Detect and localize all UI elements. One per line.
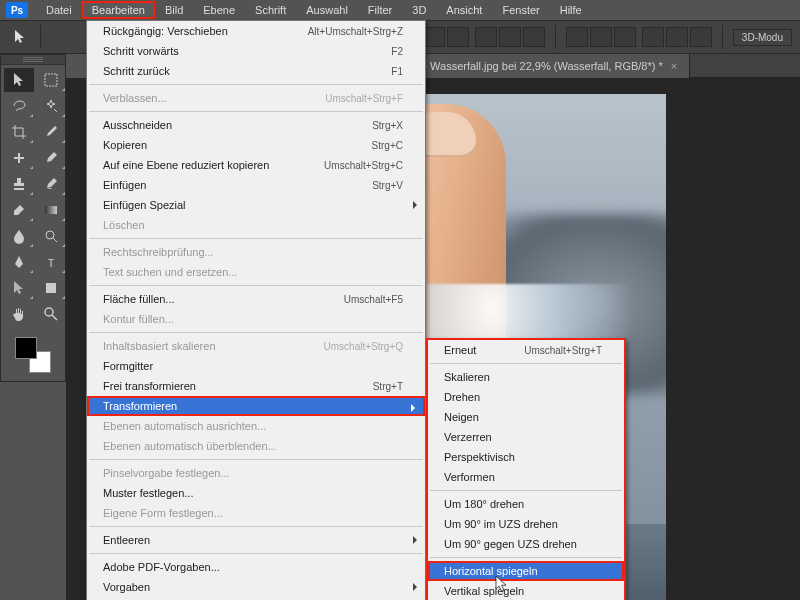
tool-pen[interactable] — [4, 250, 34, 274]
menu-item-auf-eine-ebene-reduziert-kopieren[interactable]: Auf eine Ebene reduziert kopierenUmschal… — [87, 155, 425, 175]
tool-blur[interactable] — [4, 224, 34, 248]
menu-filter[interactable]: Filter — [358, 1, 402, 19]
menu-item-fl-che-f-llen[interactable]: Fläche füllen...Umschalt+F5 — [87, 289, 425, 309]
svg-rect-1 — [45, 206, 57, 214]
menu-bild[interactable]: Bild — [155, 1, 193, 19]
menu-schrift[interactable]: Schrift — [245, 1, 296, 19]
tool-move[interactable] — [4, 68, 34, 92]
menu-item-verformen[interactable]: Verformen — [428, 467, 624, 487]
menu-item-vertikal-spiegeln[interactable]: Vertikal spiegeln — [428, 581, 624, 600]
menubar: Ps Datei Bearbeiten Bild Ebene Schrift A… — [0, 0, 800, 20]
menu-bearbeiten[interactable]: Bearbeiten — [82, 1, 155, 19]
menu-item-einf-gen-spezial[interactable]: Einfügen Spezial — [87, 195, 425, 215]
menu-item-muster-festlegen[interactable]: Muster festlegen... — [87, 483, 425, 503]
menu-item-label: Um 90° gegen UZS drehen — [444, 538, 577, 550]
menu-item-adobe-pdf-vorgaben[interactable]: Adobe PDF-Vorgaben... — [87, 557, 425, 577]
tool-eyedrop[interactable] — [36, 120, 66, 144]
menu-item-horizontal-spiegeln[interactable]: Horizontal spiegeln — [428, 561, 624, 581]
dist-btn[interactable] — [499, 27, 521, 47]
menu-item-kopieren[interactable]: KopierenStrg+C — [87, 135, 425, 155]
menu-item-formgitter[interactable]: Formgitter — [87, 356, 425, 376]
tool-lasso[interactable] — [4, 94, 34, 118]
menu-fenster[interactable]: Fenster — [492, 1, 549, 19]
tool-text[interactable]: T — [36, 250, 66, 274]
menu-item-l-schen: Löschen — [87, 215, 425, 235]
menu-ebene[interactable]: Ebene — [193, 1, 245, 19]
menu-ansicht[interactable]: Ansicht — [436, 1, 492, 19]
menu-separator — [89, 238, 423, 239]
menu-item-vorgaben[interactable]: Vorgaben — [87, 577, 425, 597]
menu-item-schritt-zur-ck[interactable]: Schritt zurückF1 — [87, 61, 425, 81]
tool-zoom[interactable] — [36, 302, 66, 326]
menu-item-um-90-gegen-uzs-drehen[interactable]: Um 90° gegen UZS drehen — [428, 534, 624, 554]
tool-history[interactable] — [36, 172, 66, 196]
tool-dodge[interactable] — [36, 224, 66, 248]
menu-item-label: Rechtschreibprüfung... — [103, 246, 214, 258]
menu-item-um-90-im-uzs-drehen[interactable]: Um 90° im UZS drehen — [428, 514, 624, 534]
tool-path[interactable] — [4, 276, 34, 300]
menu-item-label: Eigene Form festlegen... — [103, 507, 223, 519]
tool-heal[interactable] — [4, 146, 34, 170]
menu-item-ausschneiden[interactable]: AusschneidenStrg+X — [87, 115, 425, 135]
svg-point-5 — [45, 308, 53, 316]
dist-btn[interactable] — [523, 27, 545, 47]
menu-item-verzerren[interactable]: Verzerren — [428, 427, 624, 447]
menu-separator — [430, 490, 622, 491]
align-btn[interactable] — [447, 27, 469, 47]
menu-item-transformieren[interactable]: Transformieren — [87, 396, 425, 416]
menu-shortcut: F2 — [391, 46, 403, 57]
tool-marquee[interactable] — [36, 68, 66, 92]
menu-item-skalieren[interactable]: Skalieren — [428, 367, 624, 387]
menu-separator — [89, 111, 423, 112]
menu-datei[interactable]: Datei — [36, 1, 82, 19]
dist-btn[interactable] — [666, 27, 688, 47]
menu-item-r-ckg-ngig-verschieben[interactable]: Rückgängig: VerschiebenAlt+Umschalt+Strg… — [87, 21, 425, 41]
menu-auswahl[interactable]: Auswahl — [296, 1, 358, 19]
close-icon[interactable]: × — [671, 60, 677, 72]
menu-item-label: Perspektivisch — [444, 451, 515, 463]
move-tool-icon[interactable] — [10, 27, 30, 47]
tool-magic[interactable] — [36, 94, 66, 118]
tool-brush[interactable] — [36, 146, 66, 170]
dist-btn[interactable] — [642, 27, 664, 47]
menu-item-einf-gen[interactable]: EinfügenStrg+V — [87, 175, 425, 195]
transform-submenu: ErneutUmschalt+Strg+TSkalierenDrehenNeig… — [426, 338, 626, 600]
menu-item-neigen[interactable]: Neigen — [428, 407, 624, 427]
dist-btn[interactable] — [690, 27, 712, 47]
menu-hilfe[interactable]: Hilfe — [550, 1, 592, 19]
menu-shortcut: Umschalt+Strg+C — [324, 160, 403, 171]
doc-tab-wasserfall[interactable]: ⊙ Wasserfall.jpg bei 22,9% (Wasserfall, … — [406, 54, 690, 78]
menu-item-schritt-vorw-rts[interactable]: Schritt vorwärtsF2 — [87, 41, 425, 61]
menu-item-frei-transformieren[interactable]: Frei transformierenStrg+T — [87, 376, 425, 396]
tool-gradient[interactable] — [36, 198, 66, 222]
menu-item-label: Muster festlegen... — [103, 487, 194, 499]
distribute-group — [475, 27, 545, 47]
mode-label-3d[interactable]: 3D-Modu — [733, 29, 792, 46]
separator — [555, 25, 556, 49]
tool-hand[interactable] — [4, 302, 34, 326]
menu-item-label: Schritt zurück — [103, 65, 170, 77]
edit-menu-dropdown: Rückgängig: VerschiebenAlt+Umschalt+Strg… — [86, 20, 426, 600]
menu-item-um-180-drehen[interactable]: Um 180° drehen — [428, 494, 624, 514]
dist-btn[interactable] — [566, 27, 588, 47]
menu-item-erneut[interactable]: ErneutUmschalt+Strg+T — [428, 340, 624, 360]
menu-item-entleeren[interactable]: Entleeren — [87, 530, 425, 550]
menu-item-perspektivisch[interactable]: Perspektivisch — [428, 447, 624, 467]
tool-eraser[interactable] — [4, 198, 34, 222]
menu-item-label: Einfügen Spezial — [103, 199, 186, 211]
dist-btn[interactable] — [590, 27, 612, 47]
dist-btn[interactable] — [475, 27, 497, 47]
tool-crop[interactable] — [4, 120, 34, 144]
menu-item-drehen[interactable]: Drehen — [428, 387, 624, 407]
menu-3d[interactable]: 3D — [402, 1, 436, 19]
menu-item-kontur-f-llen: Kontur füllen... — [87, 309, 425, 329]
menu-item-label: Löschen — [103, 219, 145, 231]
foreground-color[interactable] — [15, 337, 37, 359]
tool-shape[interactable] — [36, 276, 66, 300]
tool-stamp[interactable] — [4, 172, 34, 196]
dist-btn[interactable] — [614, 27, 636, 47]
menu-shortcut: Umschalt+Strg+F — [325, 93, 403, 104]
svg-point-2 — [46, 231, 54, 239]
align-btn[interactable] — [423, 27, 445, 47]
toolbox-grip[interactable] — [1, 55, 65, 65]
